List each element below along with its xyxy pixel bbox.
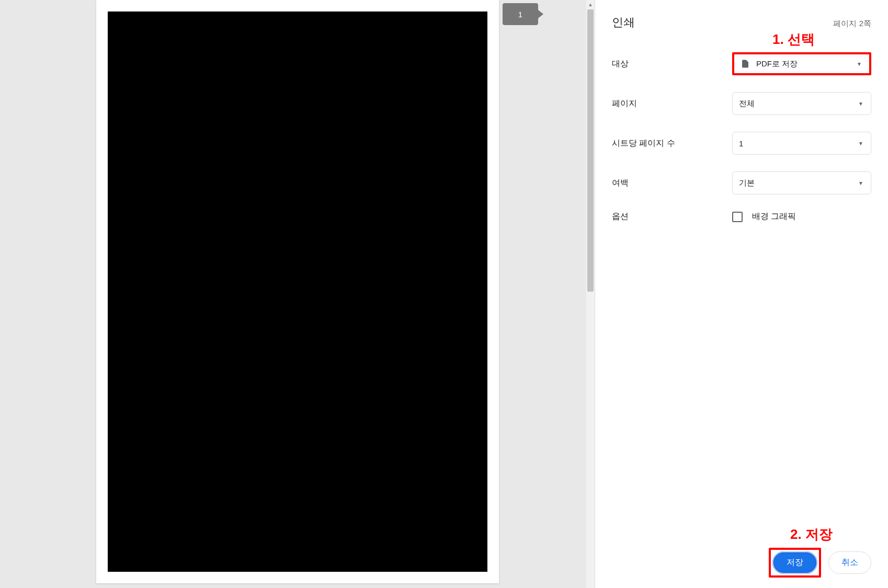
label-pages: 페이지: [612, 98, 732, 109]
preview-page-content: [108, 11, 487, 572]
background-graphics-checkbox-row[interactable]: 배경 그래픽: [732, 211, 871, 222]
margins-value: 기본: [739, 178, 755, 188]
destination-select[interactable]: PDF로 저장 ▼: [732, 52, 871, 75]
label-pages-per-sheet: 시트당 페이지 수: [612, 138, 732, 149]
caret-down-icon: ▼: [858, 141, 863, 146]
pages-per-sheet-value: 1: [739, 139, 743, 148]
annotation-step2: 2. 저장: [612, 525, 833, 544]
preview-page[interactable]: [96, 0, 499, 583]
destination-value: PDF로 저장: [756, 59, 798, 69]
margins-select[interactable]: 기본 ▼: [732, 171, 871, 194]
page-count-label: 페이지 2쪽: [833, 19, 871, 29]
background-graphics-label: 배경 그래픽: [752, 211, 796, 222]
scrollbar-up-icon[interactable]: ▲: [586, 0, 595, 8]
pages-value: 전체: [739, 99, 755, 109]
label-options: 옵션: [612, 211, 732, 222]
panel-title: 인쇄: [612, 15, 635, 30]
page-number-badge: 1: [503, 3, 538, 25]
pages-select[interactable]: 전체 ▼: [732, 92, 871, 115]
caret-down-icon: ▼: [858, 180, 863, 186]
checkbox-icon[interactable]: [732, 212, 743, 222]
caret-down-icon: ▼: [858, 101, 863, 107]
page-indicator: 1: [503, 3, 543, 25]
cancel-button[interactable]: 취소: [828, 551, 871, 574]
document-icon: [741, 59, 750, 69]
label-destination: 대상: [612, 59, 732, 70]
preview-scrollbar[interactable]: ▲: [586, 0, 595, 588]
pages-per-sheet-select[interactable]: 1 ▼: [732, 132, 871, 155]
save-button-highlight: 저장: [769, 548, 821, 578]
scrollbar-thumb[interactable]: [587, 9, 594, 292]
label-margins: 여백: [612, 178, 732, 189]
save-button[interactable]: 저장: [772, 551, 817, 574]
annotation-step1: 1. 선택: [772, 30, 815, 49]
print-preview-area: 1 ▲: [0, 0, 595, 588]
caret-down-icon: ▼: [857, 61, 862, 67]
print-settings-panel: 인쇄 페이지 2쪽 1. 선택 대상 PDF로 저장 ▼ 페이지 전체: [595, 0, 888, 588]
badge-pointer-icon: [538, 10, 543, 18]
